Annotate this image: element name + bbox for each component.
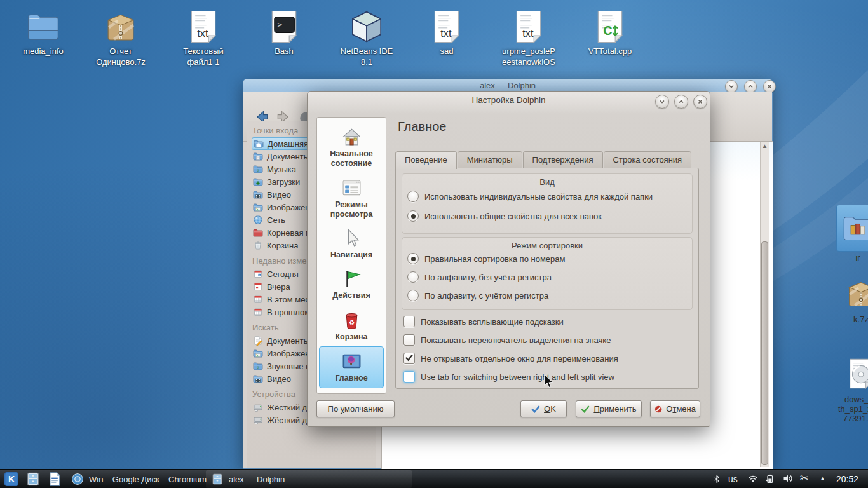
checkbox-option[interactable]: Use tab for switching between right and …: [403, 371, 614, 383]
txt-icon: txt: [429, 9, 465, 44]
wifi-icon[interactable]: [747, 473, 759, 485]
view-scrollbar-thumb[interactable]: [761, 241, 768, 465]
minimize-button[interactable]: [655, 95, 669, 109]
ok-button[interactable]: OK: [520, 400, 567, 417]
dolphin-titlebar[interactable]: alex — Dolphin: [243, 79, 772, 92]
radio-option[interactable]: Правильная сортировка по номерам: [407, 253, 565, 264]
desktop-icon[interactable]: CVTTotal.cpp: [571, 9, 649, 57]
checkbox-label: Не открывать отдельное окно для переимен…: [421, 354, 618, 363]
klipper-scissors-icon[interactable]: ✂: [800, 472, 808, 484]
checkbox[interactable]: [403, 353, 415, 364]
settings-category-item[interactable]: Главное: [319, 346, 384, 388]
taskbar-task[interactable]: Win – Google Диск – Chromium: [66, 470, 214, 488]
maximize-button[interactable]: [744, 80, 757, 93]
radio-button[interactable]: [407, 253, 419, 264]
file-item-label: ir: [835, 254, 868, 263]
checkbox-label: Показывать переключатель выделения на зн…: [421, 336, 611, 345]
settings-group: Режим сортировкиПравильная сортировка по…: [402, 237, 693, 310]
tab-confirmations[interactable]: Подтверждения: [523, 151, 603, 168]
digital-clock[interactable]: 20:52: [836, 474, 858, 484]
tray-expand-arrow-icon[interactable]: ▲: [820, 475, 825, 487]
svg-text:♪: ♪: [257, 167, 260, 173]
radio-button[interactable]: [407, 271, 419, 283]
volume-icon[interactable]: [782, 473, 794, 485]
cal-month-icon: [253, 307, 263, 317]
folder-image-icon: [253, 202, 263, 212]
file-item[interactable]: ir: [835, 205, 868, 263]
checkbox[interactable]: [403, 316, 415, 327]
dolphin-icon: [211, 473, 224, 485]
settings-category-item[interactable]: Навигация: [319, 224, 384, 264]
svg-text:txt: txt: [197, 27, 208, 39]
trash-small-icon: [253, 240, 263, 250]
places-item-label: Документы: [267, 336, 309, 346]
checkbox[interactable]: [403, 334, 415, 346]
archive-icon: [843, 274, 868, 313]
tab-statusbar[interactable]: Строка состояния: [604, 151, 692, 168]
file-item[interactable]: k.7z: [838, 274, 868, 325]
group-title: Вид: [402, 177, 692, 187]
radio-option[interactable]: Использовать индивидуальные свойства для…: [407, 191, 653, 202]
desktop-icon[interactable]: txtТекстовыйфайл1 1: [164, 9, 243, 68]
home-page-icon: [341, 126, 362, 147]
desktop-icon[interactable]: >_Bash: [245, 9, 323, 57]
apply-button[interactable]: Применить: [576, 400, 642, 417]
radio-button[interactable]: [407, 210, 419, 222]
desktop-icon-label: Текстовыйфайл1 1: [164, 46, 243, 68]
settings-category-item[interactable]: Начальное состояние: [319, 123, 384, 173]
scroll-up-arrow[interactable]: ▲: [761, 142, 768, 152]
settings-category-item[interactable]: Действия: [319, 264, 384, 305]
desktop-icon-label: VTTotal.cpp: [571, 46, 649, 57]
close-button[interactable]: [693, 95, 707, 109]
places-item-label: Корневая п: [267, 228, 310, 238]
radio-option[interactable]: По алфавиту, без учёта регистра: [407, 271, 552, 283]
keyboard-layout-indicator[interactable]: us: [728, 474, 738, 485]
minimize-button[interactable]: [725, 80, 738, 93]
document-launcher-icon[interactable]: [47, 471, 62, 487]
desktop-icon[interactable]: txtsad: [407, 9, 486, 57]
desktop-icon[interactable]: NetBeans IDE8.1: [327, 9, 406, 68]
folder-music-icon: ♪: [253, 164, 263, 174]
file-item-label-line: k.7z: [838, 315, 868, 325]
radio-option[interactable]: По алфавиту, с учётом регистра: [407, 290, 548, 301]
checkbox-option[interactable]: Не открывать отдельное окно для переимен…: [403, 353, 618, 364]
file-item[interactable]: dows_7_th_sp1_x64_77391.iso: [838, 354, 868, 424]
places-item-label: Домашняя: [268, 139, 308, 149]
settings-category-item[interactable]: Режимы просмотра: [319, 173, 384, 224]
checkbox-label-text: se tab for switching between right and l…: [426, 372, 614, 382]
flag-icon: [341, 268, 362, 289]
bluetooth-icon[interactable]: [712, 473, 721, 485]
kmenu-launcher-icon[interactable]: K: [4, 471, 19, 487]
maximize-button[interactable]: [674, 95, 688, 109]
cancel-button[interactable]: Отмена: [650, 400, 700, 417]
dolphin-launcher-icon[interactable]: [25, 471, 41, 487]
tab-behavior[interactable]: Поведение: [395, 151, 457, 169]
battery-icon[interactable]: [764, 473, 775, 485]
apply-check-icon: [581, 405, 590, 414]
cube-icon: [349, 9, 384, 44]
radio-button[interactable]: [407, 191, 419, 202]
cal-today-icon: [253, 269, 263, 279]
taskbar-task[interactable]: alex — Dolphin: [206, 470, 412, 488]
close-button[interactable]: [763, 80, 776, 93]
tab-previews[interactable]: Миниатюры: [458, 151, 522, 168]
svg-text:txt: txt: [440, 27, 452, 39]
checkbox[interactable]: [403, 371, 415, 383]
settings-category-item[interactable]: ♻Корзина: [319, 306, 384, 346]
desktop-icon[interactable]: txturpme_poslePeestanowkiOS: [489, 9, 568, 68]
places-item-label: Изображен: [267, 203, 309, 212]
places-item-label: Вчера: [267, 282, 290, 292]
desktop-icon-label-line: Текстовый: [164, 46, 243, 57]
radio-button[interactable]: [407, 290, 419, 301]
places-item-label: Видео: [267, 190, 291, 200]
settings-category-label: Главное: [320, 374, 383, 383]
defaults-button[interactable]: По умолчанию: [316, 400, 395, 417]
radio-option[interactable]: Использовать общие свойства для всех пап…: [407, 210, 602, 222]
checkbox-option[interactable]: Показывать переключатель выделения на зн…: [403, 334, 611, 346]
checkbox-option[interactable]: Показывать всплывающие подсказки: [403, 316, 564, 327]
desktop-icon[interactable]: media_info: [4, 9, 83, 57]
harddisk-icon: [253, 415, 263, 425]
dialog-title: Настройка Dolphin: [308, 95, 710, 105]
desktop-icon[interactable]: ОтчетОдинцово.7z: [81, 9, 160, 68]
desktop-icon-label-line: VTTotal.cpp: [571, 46, 649, 57]
